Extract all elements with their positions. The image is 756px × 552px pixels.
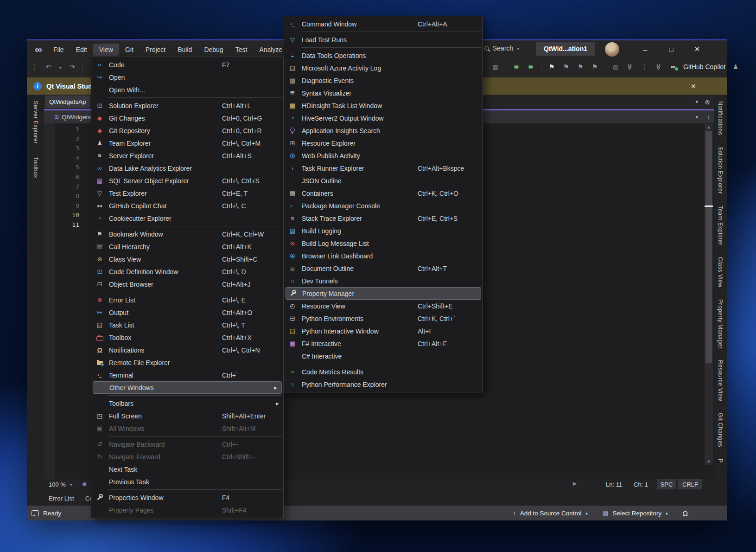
menu-item-python-interactive-window[interactable]: ▤Python Interactive WindowAlt+I	[284, 325, 483, 337]
side-tab-solution-explorer[interactable]: Solution Explorer	[717, 147, 724, 194]
zoom-select[interactable]: 100 % ▾	[45, 480, 76, 489]
menu-item-object-browser[interactable]: ⊟Object BrowserCtrl+Alt+J	[91, 278, 283, 290]
menu-item-data-tools-operations[interactable]: ◒Data Tools Operations	[284, 49, 483, 62]
menubar-item-test[interactable]: Test	[229, 44, 254, 56]
menu-item-properties-window[interactable]: Properties WindowF4	[91, 491, 283, 504]
menu-item-document-outline[interactable]: ≣Document OutlineCtrl+Alt+T	[284, 262, 483, 275]
menu-item-resource-explorer[interactable]: ⊞Resource Explorer	[284, 137, 483, 149]
copy-icon[interactable]	[491, 63, 500, 71]
chevron-down-icon[interactable]: ▾	[695, 114, 698, 120]
menu-item-github-copilot-chat[interactable]: ◉◉GitHub Copilot ChatCtrl+\, C	[91, 199, 283, 212]
menu-item-team-explorer[interactable]: ♟Team ExplorerCtrl+\, Ctrl+M	[91, 137, 283, 149]
menu-item-microsoft-azure-activity-log[interactable]: ▤Microsoft Azure Activity Log	[284, 62, 483, 74]
menubar-item-build[interactable]: Build	[172, 44, 198, 56]
menu-item-python-performance-explorer[interactable]: ≈Python Performance Explorer	[284, 378, 483, 391]
menu-item-remote-file-explorer[interactable]: Remote File Explorer	[91, 356, 283, 369]
menu-item-package-manager-console[interactable]: ›_Package Manager Console	[284, 199, 483, 212]
menubar-item-view[interactable]: View	[93, 44, 119, 56]
menubar-item-analyze[interactable]: Analyze	[253, 44, 288, 56]
comment-list-icon[interactable]	[527, 63, 535, 71]
menu-item-property-pages[interactable]: Property PagesShift+F4	[91, 504, 283, 516]
menu-item-previous-task[interactable]: Previous Task	[91, 475, 283, 488]
menu-item-server-explorer[interactable]: ≡Server ExplorerCtrl+Alt+S	[91, 149, 283, 162]
inner-tab[interactable]: QtWidgets	[62, 114, 91, 121]
menu-item-solution-explorer[interactable]: ⊡Solution ExplorerCtrl+Alt+L	[91, 99, 283, 112]
chevron-down-icon[interactable]	[58, 63, 62, 71]
menu-item-hdinsight-task-list-window[interactable]: ▤HDInsight Task List Window	[284, 99, 483, 112]
menu-item-load-test-runs[interactable]: ▽Load Test Runs	[284, 33, 483, 46]
menu-item-browser-link-dashboard[interactable]: ⊕Browser Link Dashboard	[284, 250, 483, 262]
menu-item-data-lake-analytics-explorer[interactable]: ∞Data Lake Analytics Explorer	[91, 162, 283, 174]
menu-item-error-list[interactable]: ⊗Error ListCtrl+\, E	[91, 294, 283, 306]
menubar-item-file[interactable]: File	[47, 44, 70, 56]
menu-item-c-interactive[interactable]: C# Interactive	[284, 350, 483, 362]
menu-item-build-log-message-list[interactable]: ⊗Build Log Message List	[284, 237, 483, 250]
navigate-forward-icon[interactable]	[68, 63, 76, 71]
panel-tab-error-list[interactable]: Error List	[49, 495, 74, 502]
menu-item-all-windows[interactable]: ▣All WindowsShift+Alt+M	[91, 422, 283, 435]
menubar-item-project[interactable]: Project	[140, 44, 172, 56]
add-to-source-control-button[interactable]: Add to Source Control	[520, 510, 582, 517]
gear-icon[interactable]	[705, 98, 710, 106]
side-tab-server-explorer[interactable]: Server Explorer	[32, 101, 39, 144]
menu-item-toolbox[interactable]: ToolboxCtrl+Alt+X	[91, 331, 283, 344]
vertical-scrollbar[interactable]: ▲ ▼	[705, 124, 713, 465]
scrollbar-thumb[interactable]	[705, 131, 712, 363]
menu-item-dev-tunnels[interactable]: ∩Dev Tunnels	[284, 275, 483, 287]
menu-item-output[interactable]: ↦OutputCtrl+Alt+O	[91, 306, 283, 319]
scroll-down-icon[interactable]: ▼	[705, 459, 713, 464]
menu-item-navigate-forward[interactable]: ↻Navigate ForwardCtrl+Shift+-	[91, 450, 283, 463]
scroll-right-icon[interactable]: ▶	[573, 481, 577, 487]
menu-item-code-metrics-results[interactable]: ≈Code Metrics Results	[284, 366, 483, 378]
feedback-icon[interactable]: ☻	[81, 480, 88, 488]
menu-item-containers[interactable]: ▦ContainersCtrl+K, Ctrl+O	[284, 187, 483, 199]
menu-item-web-publish-activity[interactable]: ⊕Web Publish Activity	[284, 149, 483, 162]
navigate-backward-icon[interactable]	[44, 63, 52, 71]
side-tab-git-changes[interactable]: Git Changes	[717, 413, 724, 447]
maximize-button[interactable]: □	[663, 42, 679, 56]
menu-item-task-list[interactable]: ▤Task ListCtrl+\, T	[91, 319, 283, 331]
menu-item-hiveserver2-output-window[interactable]: ◔HiveServer2 Output Window	[284, 112, 483, 124]
menu-item-next-task[interactable]: Next Task	[91, 463, 283, 475]
side-tab-resource-view[interactable]: Resource View	[717, 360, 724, 401]
menu-item-open[interactable]: ↪Open	[91, 71, 283, 83]
menu-item-json-outline[interactable]: JSON Outline	[284, 174, 483, 187]
previous-bookmark-icon[interactable]	[562, 63, 570, 71]
side-tab-team-explorer[interactable]: Team Explorer	[717, 205, 724, 245]
close-button[interactable]: ✕	[689, 42, 705, 56]
breakpoint-gutter[interactable]	[44, 123, 55, 479]
split-window-icon[interactable]	[707, 113, 711, 121]
search-box[interactable]: Search ▾	[484, 45, 519, 52]
menu-item-terminal[interactable]: ›_TerminalCtrl+`	[91, 369, 283, 381]
side-tab-notifications[interactable]: Notifications	[717, 101, 724, 135]
menu-item-call-hierarchy[interactable]: ☏Call HierarchyCtrl+Alt+K	[91, 240, 283, 253]
menu-item-property-manager[interactable]: Property Manager	[286, 287, 481, 300]
menu-item-application-insights-search[interactable]: Application Insights Search	[284, 124, 483, 137]
menu-item-stack-trace-explorer[interactable]: ≡Stack Trace ExplorerCtrl+E, Ctrl+S	[284, 212, 483, 225]
find-in-code-icon[interactable]	[611, 63, 620, 71]
side-tab-property-manager[interactable]: Property Manager	[717, 299, 724, 348]
menu-item-python-environments[interactable]: ⊟Python EnvironmentsCtrl+K, Ctrl+`	[284, 312, 483, 325]
menu-item-open-with[interactable]: Open With...	[91, 83, 283, 96]
menu-item-class-view[interactable]: ⊛Class ViewCtrl+Shift+C	[91, 253, 283, 265]
side-tab-class-view[interactable]: Class View	[717, 257, 724, 288]
menu-item-sql-server-object-explorer[interactable]: ▤SQL Server Object ExplorerCtrl+\, Ctrl+…	[91, 174, 283, 187]
next-bookmark-icon[interactable]	[576, 63, 584, 71]
infobar-close-icon[interactable]: ✕	[691, 83, 696, 90]
tab-list-chevron-icon[interactable]: ▾	[695, 99, 698, 105]
menu-item-other-windows[interactable]: Other Windows▶	[93, 381, 282, 394]
copilot-label[interactable]: GitHub Copilot	[683, 63, 725, 71]
menu-item-cookiecutter-explorer[interactable]: ◔Cookiecutter Explorer	[91, 212, 283, 225]
chevron-up-icon[interactable]: ▴	[586, 511, 588, 515]
menubar-item-debug[interactable]: Debug	[198, 44, 229, 56]
menu-item-toolbars[interactable]: Toolbars▶	[91, 397, 283, 410]
collapse-icon[interactable]	[626, 63, 634, 71]
side-tab-toolbox[interactable]: Toolbox	[32, 157, 39, 178]
menu-item-syntax-visualizer[interactable]: ≣Syntax Visualizer	[284, 87, 483, 99]
menu-item-git-changes[interactable]: ◆Git ChangesCtrl+0, Ctrl+G	[91, 112, 283, 124]
clear-bookmarks-icon[interactable]	[591, 63, 599, 71]
indent-list-icon[interactable]	[512, 63, 521, 71]
expand-icon[interactable]	[655, 63, 662, 71]
scroll-up-icon[interactable]: ▲	[705, 125, 713, 129]
side-tab-p[interactable]: P	[717, 459, 724, 463]
